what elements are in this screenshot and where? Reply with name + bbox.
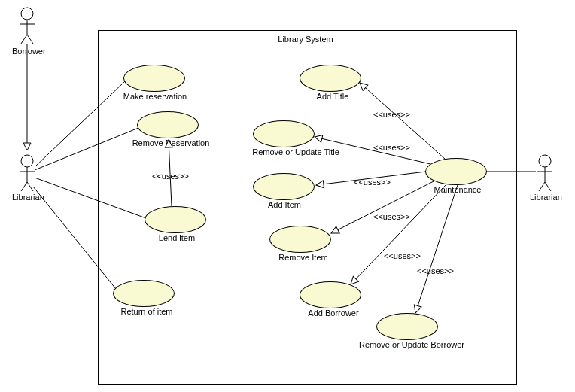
uses-m-addtitle: <<uses>> bbox=[373, 110, 410, 119]
usecase-lend-item bbox=[145, 206, 206, 233]
usecase-maintenance-label: Maintenance bbox=[427, 185, 488, 194]
usecase-add-title bbox=[300, 65, 361, 92]
svg-point-0 bbox=[21, 8, 33, 20]
uses-m-additem: <<uses>> bbox=[354, 178, 391, 187]
svg-line-15 bbox=[545, 182, 551, 191]
usecase-make-reservation-label: Make reservation bbox=[117, 92, 193, 101]
svg-line-9 bbox=[21, 182, 27, 191]
usecase-add-borrower-label: Add Borrower bbox=[300, 308, 367, 318]
actor-librarian-left-label: Librarian bbox=[12, 193, 44, 202]
actor-librarian-right-label: Librarian bbox=[530, 193, 562, 202]
svg-line-14 bbox=[539, 182, 545, 191]
actor-borrower-label: Borrower bbox=[12, 47, 46, 56]
diagram-canvas: Library System Make reservation Remove R… bbox=[0, 0, 575, 392]
actor-librarian-right bbox=[537, 155, 552, 191]
uses-m-remtitle: <<uses>> bbox=[373, 143, 410, 152]
usecase-remove-update-borrower-label: Remove or Update Borrower bbox=[348, 340, 476, 349]
svg-line-3 bbox=[21, 35, 27, 44]
usecase-return-item-label: Return of item bbox=[113, 307, 181, 316]
usecase-add-borrower bbox=[300, 281, 361, 308]
usecase-add-item bbox=[253, 173, 315, 200]
actor-borrower bbox=[20, 8, 35, 44]
usecase-maintenance bbox=[425, 158, 487, 185]
usecase-remove-update-title-label: Remove or Update Title bbox=[239, 147, 352, 156]
usecase-add-item-label: Add Item bbox=[262, 200, 307, 209]
svg-point-11 bbox=[539, 155, 551, 167]
usecase-return-item bbox=[113, 280, 175, 307]
usecase-remove-update-borrower bbox=[376, 313, 438, 340]
uses-m-remborrower: <<uses>> bbox=[417, 266, 454, 275]
svg-line-10 bbox=[27, 182, 33, 191]
usecase-add-title-label: Add Title bbox=[310, 92, 355, 101]
usecase-remove-reservation-label: Remove Reservation bbox=[122, 138, 220, 147]
usecase-lend-item-label: Lend item bbox=[151, 233, 203, 242]
actor-librarian-left bbox=[20, 155, 35, 191]
usecase-remove-update-title bbox=[253, 120, 315, 147]
usecase-remove-reservation bbox=[137, 111, 199, 138]
uses-lend-remove: <<uses>> bbox=[152, 172, 189, 181]
usecase-remove-item-label: Remove Item bbox=[269, 253, 337, 262]
uses-m-addborrower: <<uses>> bbox=[384, 251, 421, 260]
svg-line-4 bbox=[27, 35, 33, 44]
usecase-remove-item bbox=[269, 226, 331, 253]
uses-m-remitem: <<uses>> bbox=[373, 212, 410, 221]
usecase-make-reservation bbox=[123, 65, 185, 92]
svg-point-6 bbox=[21, 155, 33, 167]
system-title: Library System bbox=[260, 35, 351, 44]
